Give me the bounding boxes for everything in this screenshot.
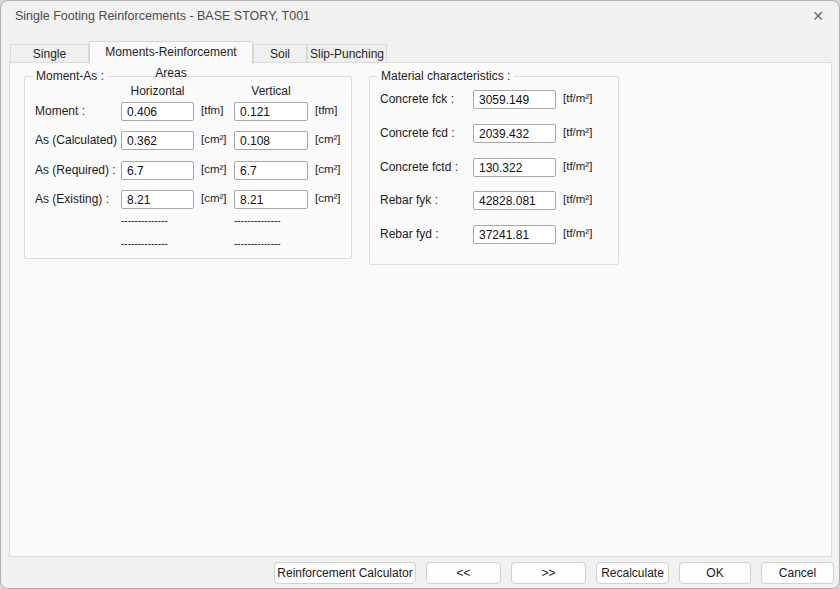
- tab-page-moments: Moment-As : Horizontal Vertical Moment :…: [9, 62, 832, 557]
- moment-horizontal-input[interactable]: [121, 102, 194, 121]
- close-button[interactable]: ✕: [797, 1, 839, 31]
- rebar-fyk-label: Rebar fyk :: [380, 193, 438, 207]
- as-existing-label: As (Existing) :: [35, 192, 109, 206]
- concrete-fck-input[interactable]: [473, 90, 556, 109]
- concrete-fcd-input[interactable]: [473, 124, 556, 143]
- as-required-horizontal-input[interactable]: [121, 161, 194, 180]
- column-header-horizontal: Horizontal: [121, 84, 194, 98]
- as-existing-vertical-input[interactable]: [234, 190, 308, 209]
- tab-soil-stress[interactable]: Soil Stress: [253, 44, 307, 62]
- reinforcement-calculator-button[interactable]: Reinforcement Calculator: [274, 562, 416, 584]
- as-calculated-horizontal-input[interactable]: [121, 131, 194, 150]
- dash-line: --------------: [234, 215, 281, 226]
- as-required-vertical-unit: [cm²]: [315, 163, 341, 175]
- material-group-title: Material characteristics :: [377, 69, 514, 83]
- as-required-label: As (Required) :: [35, 163, 116, 177]
- as-calculated-horizontal-unit: [cm²]: [201, 133, 227, 145]
- tab-single-footings[interactable]: Single Footings: [10, 44, 89, 62]
- rebar-fyd-unit: [tf/m²]: [563, 227, 592, 239]
- ok-button[interactable]: OK: [679, 562, 751, 584]
- dash-line: --------------: [121, 215, 168, 226]
- as-calculated-vertical-input[interactable]: [234, 131, 308, 150]
- as-required-vertical-input[interactable]: [234, 161, 308, 180]
- material-characteristics-group: Material characteristics : Concrete fck …: [369, 76, 619, 265]
- moment-vertical-unit: [tfm]: [315, 104, 337, 116]
- previous-button[interactable]: <<: [426, 562, 501, 584]
- concrete-fctd-input[interactable]: [473, 158, 556, 177]
- as-existing-horizontal-unit: [cm²]: [201, 192, 227, 204]
- rebar-fyk-input[interactable]: [473, 191, 556, 210]
- window-title: Single Footing Reinforcements - BASE STO…: [15, 1, 310, 31]
- concrete-fcd-unit: [tf/m²]: [563, 126, 592, 138]
- moment-horizontal-unit: [tfm]: [201, 104, 223, 116]
- moment-vertical-input[interactable]: [234, 102, 308, 121]
- recalculate-button[interactable]: Recalculate: [596, 562, 669, 584]
- close-icon: ✕: [812, 8, 824, 24]
- dash-line: --------------: [121, 238, 168, 249]
- title-bar[interactable]: Single Footing Reinforcements - BASE STO…: [1, 1, 839, 31]
- rebar-fyd-label: Rebar fyd :: [380, 227, 439, 241]
- as-calculated-vertical-unit: [cm²]: [315, 133, 341, 145]
- as-existing-vertical-unit: [cm²]: [315, 192, 341, 204]
- as-existing-horizontal-input[interactable]: [121, 190, 194, 209]
- rebar-fyd-input[interactable]: [473, 225, 556, 244]
- cancel-button[interactable]: Cancel: [761, 562, 834, 584]
- rebar-fyk-unit: [tf/m²]: [563, 193, 592, 205]
- moment-as-group-title: Moment-As :: [32, 69, 108, 83]
- moment-label: Moment :: [35, 104, 85, 118]
- next-button[interactable]: >>: [511, 562, 586, 584]
- concrete-fctd-unit: [tf/m²]: [563, 160, 592, 172]
- as-required-horizontal-unit: [cm²]: [201, 163, 227, 175]
- concrete-fctd-label: Concrete fctd :: [380, 160, 458, 174]
- tab-slip-punching[interactable]: Slip-Punching: [307, 44, 387, 62]
- single-footing-reinforcements-dialog: Single Footing Reinforcements - BASE STO…: [0, 0, 840, 589]
- dash-line: --------------: [234, 238, 281, 249]
- moment-as-group: Moment-As : Horizontal Vertical Moment :…: [24, 76, 352, 259]
- concrete-fck-label: Concrete fck :: [380, 92, 454, 106]
- tab-moments-reinforcement-areas[interactable]: Moments-Reinforcement Areas: [89, 41, 253, 64]
- as-calculated-label: As (Calculated) :: [35, 133, 124, 147]
- column-header-vertical: Vertical: [234, 84, 308, 98]
- concrete-fck-unit: [tf/m²]: [563, 92, 592, 104]
- concrete-fcd-label: Concrete fcd :: [380, 126, 455, 140]
